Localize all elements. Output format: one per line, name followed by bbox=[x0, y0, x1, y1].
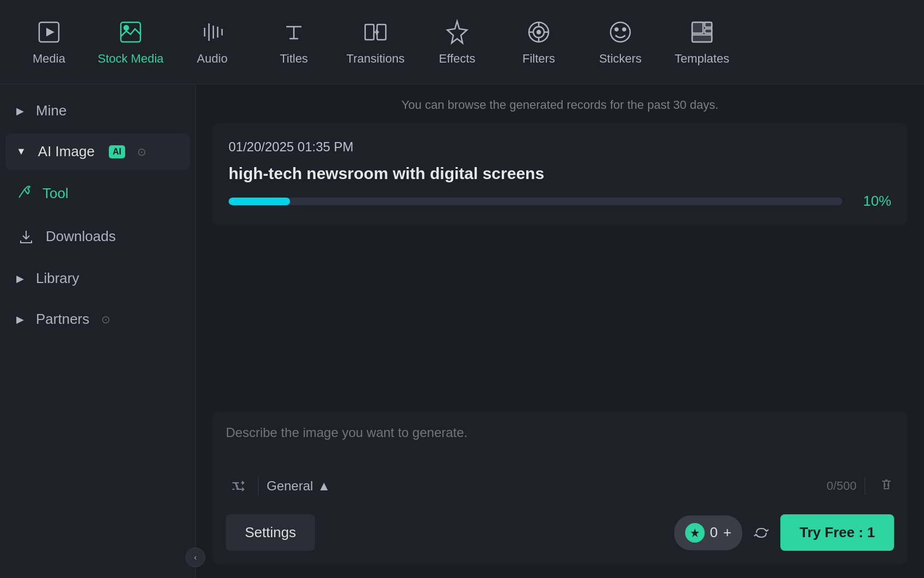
generation-prompt: high-tech newsroom with digital screens bbox=[229, 164, 891, 183]
sidebar-partners-label: Partners bbox=[36, 311, 89, 328]
nav-item-stickers[interactable]: Stickers bbox=[582, 7, 658, 77]
prompt-section: General ▲ 0/500 Settings bbox=[212, 411, 908, 564]
svg-rect-16 bbox=[692, 35, 712, 42]
svg-rect-15 bbox=[705, 29, 712, 33]
nav-label-media: Media bbox=[33, 52, 65, 66]
ai-image-help-icon[interactable]: ⊙ bbox=[137, 145, 146, 158]
nav-item-templates[interactable]: Templates bbox=[664, 7, 740, 77]
sidebar-item-partners[interactable]: ▶ Partners ⊙ bbox=[5, 301, 190, 337]
nav-item-audio[interactable]: Audio bbox=[174, 7, 250, 77]
nav-label-stickers: Stickers bbox=[599, 52, 642, 66]
svg-point-3 bbox=[124, 26, 128, 30]
nav-label-stock-media: Stock Media bbox=[97, 52, 163, 66]
style-selector[interactable]: General ▲ bbox=[267, 478, 330, 494]
prompt-controls: General ▲ 0/500 bbox=[226, 474, 894, 498]
nav-item-media[interactable]: Media bbox=[11, 7, 87, 77]
collapse-icon: ‹ bbox=[194, 553, 197, 562]
nav-label-templates: Templates bbox=[675, 52, 729, 66]
effects-icon bbox=[443, 18, 471, 46]
filters-icon bbox=[525, 18, 553, 46]
style-chevron-icon: ▲ bbox=[317, 478, 330, 494]
svg-rect-13 bbox=[692, 22, 703, 33]
refresh-button[interactable] bbox=[749, 520, 774, 545]
bottom-bar: Settings 0 + bbox=[226, 514, 894, 551]
partners-chevron: ▶ bbox=[16, 313, 24, 325]
svg-point-9 bbox=[611, 22, 630, 42]
char-count: 0/500 bbox=[827, 479, 857, 493]
nav-label-audio: Audio bbox=[197, 52, 227, 66]
svg-marker-1 bbox=[46, 28, 54, 36]
settings-button[interactable]: Settings bbox=[226, 514, 315, 551]
prompt-input[interactable] bbox=[226, 425, 894, 463]
sidebar-downloads-label: Downloads bbox=[46, 228, 116, 245]
nav-label-filters: Filters bbox=[522, 52, 555, 66]
sidebar-mine-label: Mine bbox=[36, 102, 66, 119]
sidebar-tool-label: Tool bbox=[42, 185, 69, 202]
stickers-icon bbox=[606, 18, 635, 46]
stock-media-icon bbox=[116, 18, 145, 46]
nav-item-transitions[interactable]: Transitions bbox=[337, 7, 414, 77]
progress-bar-bg bbox=[229, 198, 842, 205]
sidebar: ▶ Mine ▼ AI Image AI ⊙ Tool bbox=[0, 84, 196, 578]
library-chevron: ▶ bbox=[16, 273, 24, 285]
partners-help-icon[interactable]: ⊙ bbox=[101, 313, 110, 326]
credit-count: 0 bbox=[710, 524, 718, 541]
sidebar-item-library[interactable]: ▶ Library bbox=[5, 260, 190, 297]
main-content: ▶ Mine ▼ AI Image AI ⊙ Tool bbox=[0, 84, 924, 578]
tool-icon bbox=[16, 184, 33, 202]
nav-item-stock-media[interactable]: Stock Media bbox=[93, 7, 169, 77]
shuffle-button[interactable] bbox=[226, 474, 250, 498]
nav-label-titles: Titles bbox=[280, 52, 308, 66]
collapse-button[interactable]: ‹ bbox=[186, 548, 205, 567]
svg-marker-17 bbox=[691, 528, 699, 537]
svg-point-8 bbox=[537, 30, 540, 34]
credit-icon bbox=[685, 523, 705, 543]
try-free-button[interactable]: Try Free : 1 bbox=[780, 514, 894, 551]
sidebar-ai-image-label: AI Image bbox=[38, 143, 95, 160]
progress-bar-fill bbox=[229, 198, 290, 205]
info-text: You can browse the generated records for… bbox=[212, 98, 908, 112]
ai-badge: AI bbox=[109, 145, 125, 158]
sidebar-item-ai-image[interactable]: ▼ AI Image AI ⊙ bbox=[5, 133, 190, 170]
nav-item-titles[interactable]: Titles bbox=[256, 7, 332, 77]
progress-percent: 10% bbox=[853, 193, 891, 210]
sidebar-item-downloads[interactable]: Downloads bbox=[5, 217, 190, 256]
nav-item-filters[interactable]: Filters bbox=[501, 7, 577, 77]
svg-rect-4 bbox=[365, 24, 374, 40]
clear-prompt-button[interactable] bbox=[879, 477, 894, 495]
right-panel: You can browse the generated records for… bbox=[196, 84, 924, 578]
ai-image-chevron: ▼ bbox=[16, 146, 26, 157]
svg-point-10 bbox=[615, 28, 618, 31]
style-label: General bbox=[267, 478, 313, 494]
add-credit-button[interactable]: + bbox=[723, 524, 731, 541]
audio-icon bbox=[198, 18, 226, 46]
nav-item-effects[interactable]: Effects bbox=[419, 7, 495, 77]
sidebar-library-label: Library bbox=[36, 270, 79, 287]
svg-point-11 bbox=[623, 28, 626, 31]
titles-icon bbox=[280, 18, 308, 46]
credits-button[interactable]: 0 + bbox=[674, 515, 743, 550]
svg-rect-14 bbox=[705, 22, 712, 27]
sidebar-item-mine[interactable]: ▶ Mine bbox=[5, 93, 190, 129]
credits-area: 0 + Try Free : 1 bbox=[674, 514, 894, 551]
progress-container: 10% bbox=[229, 193, 891, 210]
generation-timestamp: 01/20/2025 01:35 PM bbox=[229, 139, 891, 155]
nav-label-transitions: Transitions bbox=[347, 52, 405, 66]
media-icon bbox=[35, 18, 63, 46]
nav-label-effects: Effects bbox=[439, 52, 476, 66]
transitions-icon bbox=[361, 18, 390, 46]
mine-chevron: ▶ bbox=[16, 105, 24, 117]
char-divider bbox=[865, 477, 865, 495]
generation-card: 01/20/2025 01:35 PM high-tech newsroom w… bbox=[212, 123, 908, 226]
downloads-icon bbox=[16, 226, 36, 246]
sidebar-item-tool[interactable]: Tool bbox=[5, 174, 190, 212]
templates-icon bbox=[688, 18, 716, 46]
top-nav: Media Stock Media Audio Titles bbox=[0, 0, 924, 84]
controls-divider bbox=[258, 477, 258, 495]
